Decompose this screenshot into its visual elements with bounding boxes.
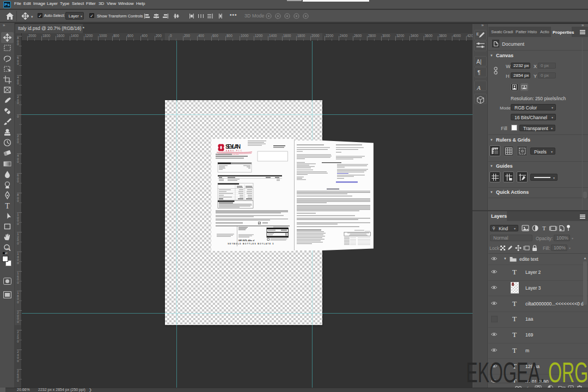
svg-text:BANK PLC: BANK PLC [226,150,243,152]
svg-text:T: T [5,202,10,210]
svg-text:SEYLAN: SEYLAN [225,143,241,150]
svg-text:NR INTL Abc d: NR INTL Abc d [238,239,255,242]
svg-text:SEYBOLD BOTTLES BOYLATE 5: SEYBOLD BOTTLES BOYLATE 5 [228,243,274,245]
svg-text:T: T [542,225,546,231]
